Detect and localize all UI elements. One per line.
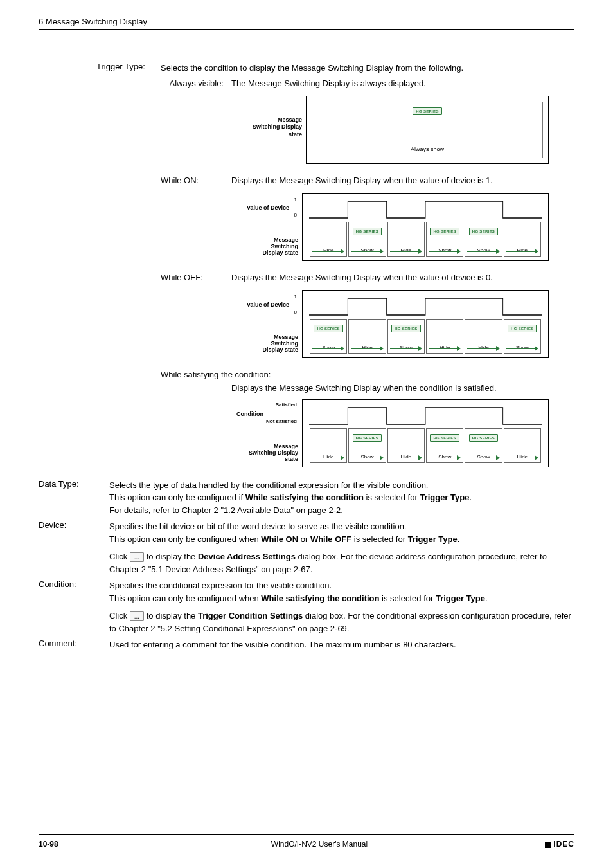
tick-notsat: Not satisfied bbox=[266, 419, 297, 424]
header-rule bbox=[39, 29, 574, 30]
idec-logo: IDEC bbox=[523, 840, 574, 849]
data-type-text: Selects the type of data handled by the … bbox=[109, 479, 574, 517]
state-cell: Hide bbox=[504, 428, 541, 463]
always-axis-label: Message Switching Display state bbox=[231, 96, 306, 139]
tick-sat: Satisfied bbox=[276, 402, 297, 408]
while-off-label: While OFF: bbox=[39, 273, 231, 282]
tick-0: 0 bbox=[294, 212, 297, 218]
condition-label: Condition: bbox=[39, 579, 109, 635]
while-on-desc: Displays the Message Switching Display w… bbox=[231, 176, 574, 185]
state-cell: HG SERIESShow bbox=[348, 428, 386, 463]
device-text: Specifies the bit device or bit of the w… bbox=[109, 520, 574, 575]
always-visible-diagram: Message Switching Display state HG SERIE… bbox=[231, 96, 549, 164]
while-off-value-axis: Value of Device bbox=[247, 302, 289, 308]
state-cell: Hide bbox=[387, 222, 425, 257]
while-cond-desc: Displays the Message Switching Display w… bbox=[39, 383, 574, 393]
data-type-label: Data Type: bbox=[39, 479, 109, 517]
state-cell: HG SERIESShow bbox=[426, 428, 463, 463]
trigger-type-label: Trigger Type: bbox=[39, 62, 161, 75]
while-cond-label: While satisfying the condition: bbox=[39, 370, 574, 379]
page-footer: 10-98 WindO/I-NV2 User's Manual IDEC bbox=[39, 834, 574, 849]
condition-text: Specifies the conditional expression for… bbox=[109, 579, 574, 635]
always-visible-label: Always visible: bbox=[39, 78, 231, 88]
while-cond-state-axis: Message Switching Display state bbox=[231, 443, 298, 462]
state-cell: Hide bbox=[504, 222, 541, 257]
while-on-label: While ON: bbox=[39, 176, 231, 185]
state-cell: Hide bbox=[310, 428, 347, 463]
while-off-state-axis: Message Switching Display state bbox=[231, 334, 298, 353]
tick-1: 1 bbox=[294, 294, 297, 300]
tick-1: 1 bbox=[294, 197, 297, 203]
while-on-wave bbox=[309, 199, 542, 222]
always-show-caption: Always show bbox=[411, 146, 444, 152]
ellipsis-button[interactable]: ... bbox=[130, 611, 144, 621]
while-cond-diagram: Condition Satisfied Not satisfied Messag… bbox=[231, 399, 549, 467]
comment-text: Used for entering a comment for the visi… bbox=[109, 638, 574, 651]
comment-label: Comment: bbox=[39, 638, 109, 651]
state-cell: HG SERIESShow bbox=[387, 319, 425, 354]
device-label: Device: bbox=[39, 520, 109, 575]
manual-title: WindO/I-NV2 User's Manual bbox=[116, 840, 523, 849]
trigger-type-desc: Selects the condition to display the Mes… bbox=[161, 62, 574, 75]
state-cell: Hide bbox=[465, 319, 502, 354]
ellipsis-button[interactable]: ... bbox=[130, 552, 144, 562]
state-cell: Hide bbox=[348, 319, 386, 354]
while-on-value-axis: Value of Device bbox=[247, 204, 289, 211]
while-off-desc: Displays the Message Switching Display w… bbox=[231, 273, 574, 282]
state-cell: Hide bbox=[426, 319, 463, 354]
always-visible-desc: The Message Switching Display is always … bbox=[231, 78, 574, 88]
state-cell: HG SERIESShow bbox=[465, 428, 502, 463]
state-cell: HG SERIESShow bbox=[310, 319, 347, 354]
hg-series-box: HG SERIES bbox=[413, 107, 441, 115]
state-cell: Hide bbox=[310, 222, 347, 257]
while-off-wave bbox=[309, 296, 542, 319]
tick-0: 0 bbox=[294, 309, 297, 315]
while-off-diagram: Value of Device 1 0 Message Switching Di… bbox=[231, 290, 549, 358]
page-header: 6 Message Switching Display bbox=[39, 17, 574, 26]
page-number: 10-98 bbox=[39, 840, 116, 849]
while-cond-wave bbox=[309, 405, 542, 428]
state-cell: HG SERIESShow bbox=[348, 222, 386, 257]
while-on-diagram: Value of Device 1 0 Message Switching Di… bbox=[231, 193, 549, 261]
state-cell: HG SERIESShow bbox=[465, 222, 502, 257]
while-cond-value-axis: Condition bbox=[236, 411, 263, 417]
state-cell: HG SERIESShow bbox=[426, 222, 463, 257]
state-cell: HG SERIESShow bbox=[504, 319, 541, 354]
while-on-state-axis: Message Switching Display state bbox=[231, 237, 298, 256]
state-cell: Hide bbox=[387, 428, 425, 463]
